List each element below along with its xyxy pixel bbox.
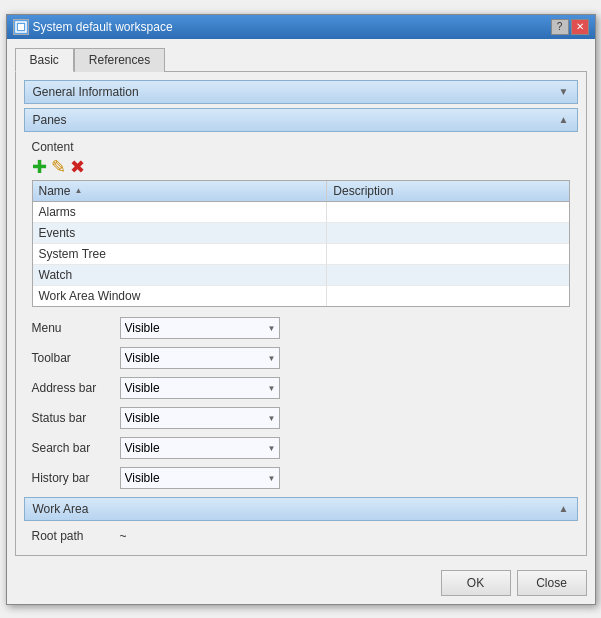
field-label-search_bar: Search bar: [32, 441, 112, 455]
select-menu[interactable]: VisibleHiddenDisabled: [120, 317, 280, 339]
field-row-menu: MenuVisibleHiddenDisabled: [24, 313, 578, 343]
table-row[interactable]: Work Area Window: [33, 286, 569, 306]
dialog-content: Basic References General Information ▼ P…: [7, 39, 595, 564]
work-area-title: Work Area: [33, 502, 89, 516]
close-button[interactable]: Close: [517, 570, 587, 596]
title-bar: System default workspace ? ✕: [7, 15, 595, 39]
edit-button[interactable]: ✎: [51, 158, 66, 176]
row-name: Events: [33, 223, 328, 243]
sort-arrow-icon: ▲: [75, 186, 83, 195]
row-description: [327, 202, 568, 222]
field-label-status_bar: Status bar: [32, 411, 112, 425]
table-row[interactable]: Events: [33, 223, 569, 244]
select-history_bar[interactable]: VisibleHiddenDisabled: [120, 467, 280, 489]
content-table: Name ▲ Description Alarms Events: [32, 180, 570, 307]
content-toolbar: ✚ ✎ ✖: [24, 156, 578, 180]
work-area-chevron: ▲: [559, 503, 569, 514]
table-row[interactable]: Watch: [33, 265, 569, 286]
table-row[interactable]: System Tree: [33, 244, 569, 265]
select-search_bar[interactable]: VisibleHiddenDisabled: [120, 437, 280, 459]
field-row-history_bar: History barVisibleHiddenDisabled: [24, 463, 578, 493]
select-status_bar[interactable]: VisibleHiddenDisabled: [120, 407, 280, 429]
content-label: Content: [24, 136, 578, 156]
window-icon: [13, 19, 29, 35]
table-header: Name ▲ Description: [33, 181, 569, 202]
row-name: Work Area Window: [33, 286, 328, 306]
dialog-window: System default workspace ? ✕ Basic Refer…: [6, 14, 596, 605]
panes-section: Panes ▲ Content ✚ ✎ ✖ Name ▲: [24, 108, 578, 307]
column-header-name: Name ▲: [33, 181, 328, 201]
add-button[interactable]: ✚: [32, 158, 47, 176]
tab-references[interactable]: References: [74, 48, 165, 72]
row-description: [327, 244, 568, 264]
panes-title: Panes: [33, 113, 67, 127]
table-row[interactable]: Alarms: [33, 202, 569, 223]
delete-button[interactable]: ✖: [70, 158, 85, 176]
row-description: [327, 265, 568, 285]
field-row-toolbar: ToolbarVisibleHiddenDisabled: [24, 343, 578, 373]
tab-basic[interactable]: Basic: [15, 48, 74, 72]
field-rows: MenuVisibleHiddenDisabledToolbarVisibleH…: [24, 313, 578, 493]
title-bar-left: System default workspace: [13, 19, 173, 35]
select-wrapper-address_bar: VisibleHiddenDisabled: [120, 377, 280, 399]
tab-bar: Basic References: [15, 47, 587, 71]
field-label-address_bar: Address bar: [32, 381, 112, 395]
field-label-toolbar: Toolbar: [32, 351, 112, 365]
select-wrapper-history_bar: VisibleHiddenDisabled: [120, 467, 280, 489]
field-row-search_bar: Search barVisibleHiddenDisabled: [24, 433, 578, 463]
field-row-address_bar: Address barVisibleHiddenDisabled: [24, 373, 578, 403]
ok-button[interactable]: OK: [441, 570, 511, 596]
select-toolbar[interactable]: VisibleHiddenDisabled: [120, 347, 280, 369]
work-area-section: Work Area ▲ Root path ~: [24, 497, 578, 547]
general-information-title: General Information: [33, 85, 139, 99]
root-path-label: Root path: [32, 529, 112, 543]
general-information-header[interactable]: General Information ▼: [24, 80, 578, 104]
select-wrapper-toolbar: VisibleHiddenDisabled: [120, 347, 280, 369]
row-description: [327, 223, 568, 243]
root-path-row: Root path ~: [24, 525, 578, 547]
field-row-status_bar: Status barVisibleHiddenDisabled: [24, 403, 578, 433]
panes-chevron: ▲: [559, 114, 569, 125]
row-name: System Tree: [33, 244, 328, 264]
select-wrapper-search_bar: VisibleHiddenDisabled: [120, 437, 280, 459]
close-window-button[interactable]: ✕: [571, 19, 589, 35]
dialog-footer: OK Close: [7, 564, 595, 604]
general-information-chevron: ▼: [559, 86, 569, 97]
title-bar-controls: ? ✕: [551, 19, 589, 35]
column-header-description: Description: [327, 181, 568, 201]
field-label-history_bar: History bar: [32, 471, 112, 485]
select-wrapper-menu: VisibleHiddenDisabled: [120, 317, 280, 339]
root-path-value: ~: [120, 529, 127, 543]
field-label-menu: Menu: [32, 321, 112, 335]
window-title: System default workspace: [33, 20, 173, 34]
row-description: [327, 286, 568, 306]
help-button[interactable]: ?: [551, 19, 569, 35]
select-address_bar[interactable]: VisibleHiddenDisabled: [120, 377, 280, 399]
panes-header[interactable]: Panes ▲: [24, 108, 578, 132]
row-name: Watch: [33, 265, 328, 285]
row-name: Alarms: [33, 202, 328, 222]
work-area-header[interactable]: Work Area ▲: [24, 497, 578, 521]
tab-panel-basic: General Information ▼ Panes ▲ Content ✚ …: [15, 71, 587, 556]
svg-rect-1: [18, 24, 24, 30]
select-wrapper-status_bar: VisibleHiddenDisabled: [120, 407, 280, 429]
